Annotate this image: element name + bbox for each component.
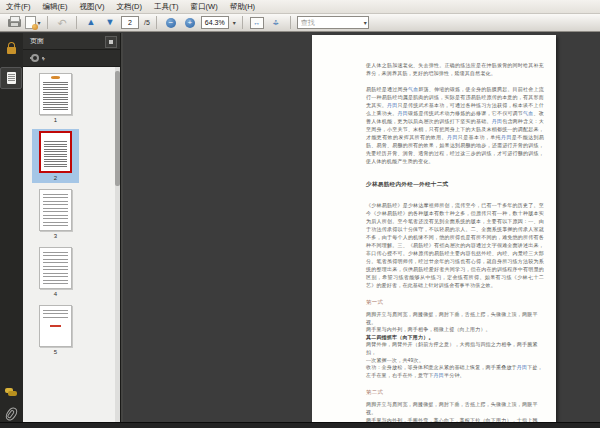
thumbnail-emblem [51,76,60,79]
adobe-reader-window: 文件(F) 编辑(E) 视图(V) 文档(D) 工具(T) 窗口(W) 帮助(H… [0,0,600,428]
zoom-in-icon: + [185,18,195,28]
menu-document[interactable]: 文档(D) [111,0,148,13]
page-thumbnail[interactable]: 5 [32,303,79,357]
panel-options-icon [109,40,113,44]
document-action-button[interactable]: ▾ [25,15,41,31]
thumbnail-list: 12345 [23,67,115,422]
document-text: 其二四指抓牢（向下用力）。 [366,334,544,342]
arrow-up-icon: ▲ [87,18,96,27]
fit-width-icon: ↔ [250,17,264,29]
menu-view[interactable]: 视图(V) [74,0,111,13]
menu-window[interactable]: 窗口(W) [185,0,224,13]
comments-panel-button[interactable] [0,381,22,403]
thumbnail-page-number: 1 [54,117,57,124]
document-heading: 少林易筋经内外经—外经十二式 [366,181,544,189]
document-canvas: 使人体之筋加速老化、失去弹性。正确的练法应是在抻筋拔骨的同时给其补充养分，来润养… [123,33,600,422]
chevron-down-icon: ▾ [37,19,40,26]
menu-help[interactable]: 帮助(H) [224,0,261,13]
page-thumbnail[interactable]: 2 [32,129,79,183]
toolbar-separator [156,16,157,29]
fit-width-button[interactable]: ↔ [249,15,265,31]
window-bottom-edge [0,422,600,428]
document-text: 两脚开立与肩同宽，两膝微挺，两肘下垂，舌抵上腭，头微微上顶，两眼平视。 [366,401,544,416]
arrow-down-icon: ▼ [106,18,115,27]
thumbnail-text-lines [43,252,68,284]
thumbnail-text-lines [44,141,67,167]
thumbnail-page-number: 4 [54,291,57,298]
panel-title: 页面 [30,36,44,46]
document-text: 一次紧握一次，共49次。 [366,357,544,365]
toolbar: ▾ ↶ ▲ ▼ /5 − + 64.3% ▾ ↔ ↔↕ ▾ [0,14,600,32]
pages-panel-icon [7,72,16,84]
document-text: 《少林易筋经》是少林达摩祖师所创，流传至今，已有一千多年的历史了。至今《少林易筋… [366,201,544,289]
security-lock-icon [7,47,16,54]
chevron-down-icon[interactable]: ▾ [364,19,367,26]
search-input[interactable] [297,16,369,29]
thumbnail-image [39,73,72,115]
main-area: 页面 ▾ 12345 使人体之筋加速老化、失去弹性。正确的练法应是在抻筋拔骨的同… [0,33,600,422]
document-text: 两手里与内外列，两手相争，稍微上提（向上用力）。 [366,326,544,334]
toolbar-separator [242,16,243,29]
page-number-input[interactable] [121,16,139,29]
toolbar-separator [290,16,291,29]
page-total-label: /5 [144,19,150,26]
comments-icon [5,388,17,397]
previous-page-button[interactable]: ▲ [83,15,99,31]
thumbnail-image [39,131,72,173]
page-thumbnail[interactable]: 4 [32,245,79,299]
previous-view-button[interactable]: ↶ [54,15,70,31]
menu-tools[interactable]: 工具(T) [148,0,185,13]
toolbar-separator [76,16,77,29]
menu-file[interactable]: 文件(F) [0,0,37,13]
document-text: 两脚开立与肩同宽，两膝微挺，两肘下垂，舌抵上腭，头微微上顶，两眼平视。 [366,311,544,326]
pages-panel: 页面 ▾ 12345 [23,33,120,422]
thumbnail-page-number: 3 [54,233,57,240]
fullscreen-button[interactable]: ↔↕ [268,15,284,31]
document-text: 使人体之筋加速老化、失去弹性。正确的练法应是在抻筋拔骨的同时给其补充养分，来润养… [366,61,544,77]
thumbnail-image [39,305,72,347]
zoom-level-value[interactable]: 64.3% [201,16,229,29]
navigation-rail [0,33,24,422]
pdf-page[interactable]: 使人体之筋加速老化、失去弹性。正确的练法应是在抻筋拔骨的同时给其补充养分，来润养… [312,35,556,422]
thumbnail-red-mark [50,325,61,327]
document-text: 两臂外伸，两臂外开（斜前方撑之意），大拇指与四指之力相争，两手腕紧扣， [366,341,544,356]
document-text: 收功：全身放松，等身体和意念从紧的基础上恢复，两手重叠放于丹田下处， [366,364,544,372]
thumbnail-image [39,247,72,289]
chevron-down-icon[interactable]: ▾ [233,19,236,26]
paperclip-icon [3,406,18,423]
thumbnail-page-number: 2 [54,175,57,182]
printer-icon [8,19,21,27]
zoom-out-button[interactable]: − [163,15,179,31]
menu-edit[interactable]: 编辑(E) [37,0,74,13]
thumbnail-image [39,189,72,231]
document-text: 易筋经是通过周身气血鼓荡、伸缩的锻炼，使全身的筋膜腾起。目前社会上流行一种易筋经… [366,85,544,165]
form-heading: 第一式 [366,299,544,306]
document-text: 左手在里，右手在外，意守下丹田半分钟。 [366,372,544,380]
thumbnail-page-number: 5 [54,349,57,356]
zoom-out-icon: − [166,18,176,28]
gear-icon[interactable] [31,54,39,62]
panel-header: 页面 [23,33,120,50]
print-button[interactable] [6,15,22,31]
document-action-icon [25,16,36,29]
pages-panel-button[interactable] [0,67,22,89]
zoom-in-button[interactable]: + [182,15,198,31]
page-content: 使人体之筋加速老化、失去弹性。正确的练法应是在抻筋拔骨的同时给其补充养分，来润养… [312,35,556,422]
page-thumbnail[interactable]: 3 [32,187,79,241]
menu-bar: 文件(F) 编辑(E) 视图(V) 文档(D) 工具(T) 窗口(W) 帮助(H… [0,0,600,14]
panel-options-button[interactable] [105,36,117,48]
thumbnail-text-lines [43,82,68,110]
page-thumbnail[interactable]: 1 [32,71,79,125]
previous-view-icon: ↶ [57,18,66,28]
form-heading: 第二式 [366,389,544,396]
thumbnail-text-lines [43,194,68,226]
search-box: ▾ [297,16,369,29]
security-panel-button[interactable] [0,37,22,59]
toolbar-separator [47,16,48,29]
fullscreen-icon: ↔↕ [270,17,281,28]
next-page-button[interactable]: ▼ [102,15,118,31]
thumbnail-options-row: ▾ [23,50,120,67]
thumbnail-text-lines [43,310,68,320]
